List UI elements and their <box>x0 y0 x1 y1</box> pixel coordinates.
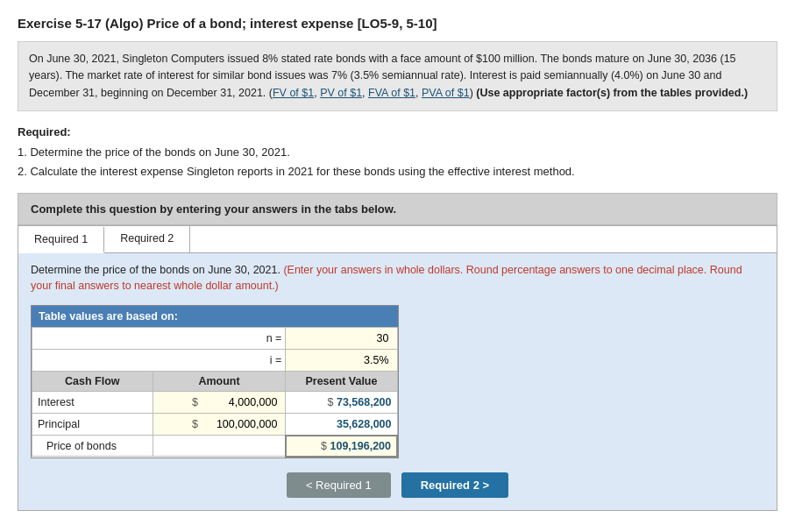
instruction-box: Complete this question by entering your … <box>18 193 777 225</box>
principal-amount-input[interactable] <box>201 417 280 431</box>
required-item-2: 2. Calculate the interest expense Single… <box>18 163 777 181</box>
price-dollar: $ <box>321 440 327 452</box>
col-pv: Present Value <box>286 372 397 392</box>
tab-required-1[interactable]: Required 1 <box>18 227 104 253</box>
interest-label: Interest <box>32 392 153 414</box>
prev-button[interactable]: < Required 1 <box>287 472 391 498</box>
interest-pv-dollar: $ <box>328 396 334 408</box>
i-input[interactable] <box>339 353 392 367</box>
interest-amount-input[interactable] <box>201 395 280 409</box>
pva-link[interactable]: PVA of $1 <box>422 87 470 99</box>
bond-table: n = i = Cash Flow <box>32 327 398 458</box>
table-section: Table values are based on: n = i = <box>31 305 399 458</box>
tab-row: Required 1 Required 2 <box>18 226 777 253</box>
price-pv-value: 109,196,200 <box>330 440 391 452</box>
table-header: Table values are based on: <box>32 306 398 327</box>
tab-required-2[interactable]: Required 2 <box>104 226 190 252</box>
required-label: Required: <box>18 125 71 138</box>
instruction-text: Complete this question by entering your … <box>31 202 396 216</box>
page-title: Exercise 5-17 (Algo) Price of a bond; in… <box>18 16 777 31</box>
interest-row: Interest $ $ 73,568,200 <box>32 392 398 414</box>
nav-buttons: < Required 1 Required 2 > <box>31 472 764 498</box>
column-headers-row: Cash Flow Amount Present Value <box>32 372 398 392</box>
tab-desc-orange: (Enter your answers in whole dollars. Ro… <box>31 264 742 293</box>
fv-link[interactable]: FV of $1 <box>273 87 314 99</box>
next-button[interactable]: Required 2 > <box>401 472 508 498</box>
n-label: n = <box>266 332 282 344</box>
required-item-1: 1. Determine the price of the bonds on J… <box>18 144 777 161</box>
pv-link[interactable]: PV of $1 <box>320 87 362 99</box>
fva-link[interactable]: FVA of $1 <box>368 87 415 99</box>
principal-label: Principal <box>32 414 153 436</box>
tabs-container: Required 1 Required 2 Determine the pric… <box>18 225 777 511</box>
col-cashflow: Cash Flow <box>32 372 153 392</box>
price-of-bonds-row: Price of bonds $ 109,196,200 <box>32 436 398 457</box>
required-section: Required: 1. Determine the price of the … <box>18 124 777 181</box>
interest-pv-value: 73,568,200 <box>337 396 392 408</box>
interest-dollar: $ <box>192 396 198 408</box>
tab-content: Determine the price of the bonds on June… <box>18 253 777 510</box>
principal-pv-value: 35,628,000 <box>337 418 392 430</box>
i-label: i = <box>270 354 282 366</box>
description-box: On June 30, 2021, Singleton Computers is… <box>18 41 777 111</box>
principal-row: Principal $ 35,628,000 <box>32 414 398 436</box>
col-amount: Amount <box>153 372 286 392</box>
price-label: Price of bonds <box>32 436 153 457</box>
tab-description: Determine the price of the bonds on June… <box>31 262 764 295</box>
principal-dollar: $ <box>192 418 198 430</box>
n-row: n = <box>32 328 398 350</box>
i-row: i = <box>32 350 398 372</box>
description-text: On June 30, 2021, Singleton Computers is… <box>29 53 748 99</box>
n-input[interactable] <box>339 331 392 345</box>
